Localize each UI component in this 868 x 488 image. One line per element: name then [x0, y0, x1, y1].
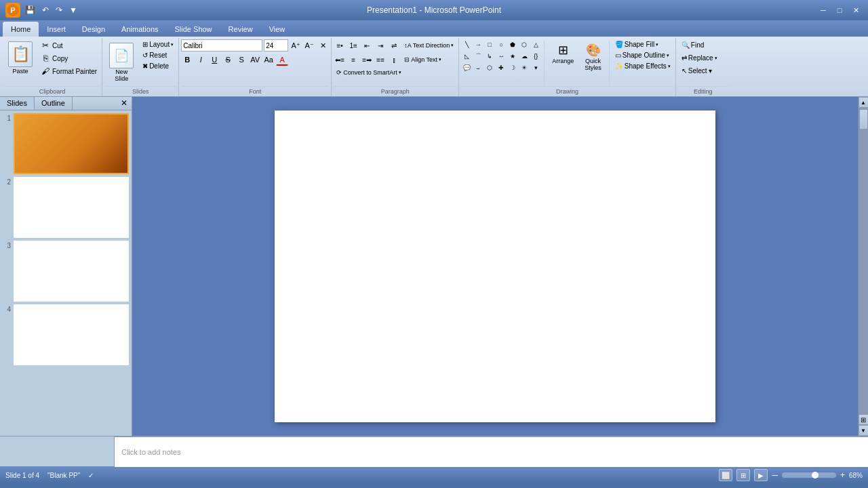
format-painter-button[interactable]: 🖌 Format Painter: [37, 65, 100, 77]
convert-smartart-button[interactable]: ⟳ Convert to SmartArt ▾: [334, 68, 404, 77]
font-size-input[interactable]: [264, 39, 288, 52]
copy-button[interactable]: ⎘ Copy: [37, 52, 100, 64]
notes-area[interactable]: Click to add notes: [115, 436, 868, 467]
arrange-button[interactable]: ⊞ Arrange: [547, 39, 578, 75]
new-slide-button[interactable]: 📄 NewSlide: [104, 39, 138, 85]
shape-curve-btn[interactable]: ⌒: [473, 51, 484, 62]
minimize-btn[interactable]: ─: [816, 5, 830, 16]
shape-line-btn[interactable]: ╲: [461, 39, 472, 50]
shape-oval-btn[interactable]: ○: [496, 39, 507, 50]
strikethrough-button[interactable]: S: [222, 54, 234, 66]
shape-arrow-btn[interactable]: →: [473, 39, 484, 50]
layout-button[interactable]: ⊞ Layout ▾: [140, 39, 176, 49]
tab-slideshow[interactable]: Slide Show: [167, 22, 220, 37]
quick-styles-button[interactable]: 🎨 QuickStyles: [580, 39, 606, 75]
slide-sorter-btn[interactable]: ⊞: [736, 469, 750, 481]
find-button[interactable]: 🔍 Find: [678, 39, 707, 51]
justify-text-button[interactable]: ⇌: [388, 39, 400, 52]
slide-thumbnail-3[interactable]: [14, 241, 129, 302]
format-painter-icon: 🖌: [40, 66, 51, 76]
underline-button[interactable]: U: [208, 54, 220, 66]
slide-thumbnail-1[interactable]: [14, 113, 129, 174]
zoom-plus-btn[interactable]: +: [840, 470, 845, 480]
cut-button[interactable]: ✂ Cut: [37, 39, 100, 52]
paste-button[interactable]: 📋 Paste: [5, 39, 36, 77]
shape-fill-button[interactable]: 🪣 Shape Fill ▾: [612, 39, 673, 49]
text-direction-button[interactable]: ↕A Text Direction ▾: [401, 41, 456, 50]
bullets-button[interactable]: ≡•: [334, 39, 346, 52]
shape-more-btn[interactable]: ▾: [530, 62, 541, 73]
bold-button[interactable]: B: [181, 54, 193, 66]
char-spacing-button[interactable]: AV: [249, 54, 261, 66]
shape-cross-btn[interactable]: ✚: [496, 62, 507, 73]
slide-thumbnail-4[interactable]: [14, 304, 129, 365]
clear-formatting-button[interactable]: ✕: [317, 39, 329, 52]
outline-tab[interactable]: Outline: [35, 97, 73, 110]
font-name-input[interactable]: [181, 39, 262, 52]
zoom-minus-btn[interactable]: ─: [772, 470, 778, 480]
shape-rtri-btn[interactable]: ◺: [461, 51, 472, 62]
decrease-indent-button[interactable]: ⇤: [361, 39, 373, 52]
scroll-down-btn[interactable]: ▼: [859, 425, 869, 436]
shape-tri-btn[interactable]: △: [530, 39, 541, 50]
shape-dbl-arrow-btn[interactable]: ↔: [496, 51, 507, 62]
italic-button[interactable]: I: [195, 54, 207, 66]
scrollbar-thumb[interactable]: [859, 109, 868, 129]
shape-flow-btn[interactable]: ⬡: [484, 62, 495, 73]
normal-view-btn[interactable]: ⬜: [719, 469, 732, 481]
undo-quick-btn[interactable]: ↶: [40, 5, 51, 16]
reset-button[interactable]: ↺ Reset: [140, 50, 176, 60]
justify-button[interactable]: ≡≡: [374, 54, 387, 66]
zoom-slider[interactable]: [782, 472, 836, 478]
redo-quick-btn[interactable]: ↷: [54, 5, 64, 16]
maximize-btn[interactable]: □: [833, 5, 846, 16]
change-case-button[interactable]: Aa: [262, 54, 275, 66]
tab-view[interactable]: View: [261, 22, 294, 37]
delete-button[interactable]: ✖ Delete: [140, 61, 176, 71]
shape-rect-btn[interactable]: □: [484, 39, 495, 50]
replace-label: Replace: [688, 54, 713, 62]
columns-button[interactable]: ⫿: [388, 54, 400, 66]
shape-sun-btn[interactable]: ☀: [519, 62, 530, 73]
close-btn[interactable]: ✕: [849, 5, 863, 16]
panel-close-btn[interactable]: ✕: [117, 97, 132, 110]
shape-bend-btn[interactable]: ↳: [484, 51, 495, 62]
slides-tab[interactable]: Slides: [0, 97, 35, 110]
tab-animations[interactable]: Animations: [113, 22, 166, 37]
tab-home[interactable]: Home: [3, 22, 39, 37]
select-button[interactable]: ↖ Select ▾: [678, 65, 716, 77]
numbered-list-button[interactable]: 1≡: [347, 39, 359, 52]
align-left-button[interactable]: ⬅≡: [334, 54, 346, 66]
tab-review[interactable]: Review: [220, 22, 261, 37]
scroll-up-btn[interactable]: ▲: [859, 97, 869, 108]
shape-moon-btn[interactable]: ☽: [507, 62, 518, 73]
shape-star-btn[interactable]: ★: [507, 51, 518, 62]
scroll-size-btn[interactable]: ⊞: [859, 414, 869, 425]
save-quick-btn[interactable]: 💾: [23, 5, 37, 16]
replace-button[interactable]: ⇄ Replace ▾: [678, 52, 721, 64]
tab-insert[interactable]: Insert: [39, 22, 74, 37]
increase-indent-button[interactable]: ⇥: [374, 39, 387, 52]
align-right-button[interactable]: ≡➡: [361, 54, 373, 66]
align-text-button[interactable]: ⊟ Align Text ▾: [401, 55, 444, 64]
tab-design[interactable]: Design: [74, 22, 113, 37]
shape-effects-button[interactable]: ✨ Shape Effects ▾: [612, 61, 673, 71]
shape-pentagon-btn[interactable]: ⬟: [507, 39, 518, 50]
text-shadow-button[interactable]: S: [235, 54, 248, 66]
shape-outline-button[interactable]: ▭ Shape Outline ▾: [612, 50, 673, 60]
office-logo[interactable]: P: [5, 3, 20, 18]
font-grow-button[interactable]: A⁺: [290, 39, 302, 52]
shape-cloud-btn[interactable]: ☁: [519, 51, 530, 62]
shape-hex-btn[interactable]: ⬡: [519, 39, 530, 50]
center-align-button[interactable]: ≡: [347, 54, 359, 66]
canvas-area[interactable]: [132, 97, 858, 436]
shape-bracket-btn[interactable]: {}: [530, 51, 541, 62]
slideshow-btn[interactable]: ▶: [754, 469, 768, 481]
slide-canvas[interactable]: [275, 110, 715, 422]
slide-thumbnail-2[interactable]: [14, 177, 129, 238]
shape-curve2-btn[interactable]: ⌣: [473, 62, 484, 73]
font-shrink-button[interactable]: A⁻: [303, 39, 315, 52]
font-color-button[interactable]: A: [276, 54, 288, 66]
qa-dropdown-btn[interactable]: ▼: [67, 5, 79, 16]
shape-callout-btn[interactable]: 💬: [461, 62, 472, 73]
